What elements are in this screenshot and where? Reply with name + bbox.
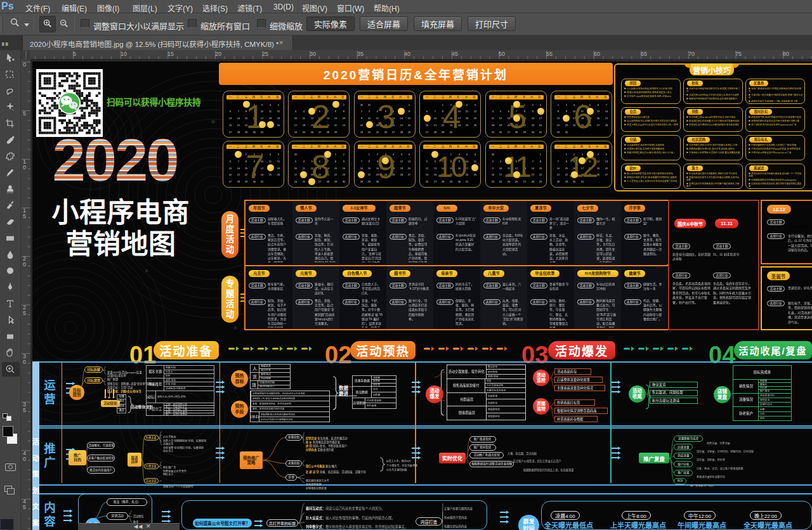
svg-text:5: 5: [23, 110, 26, 117]
svg-text:5: 5: [23, 310, 26, 316]
svg-text:65: 65: [641, 51, 647, 57]
svg-text:5: 5: [23, 213, 26, 219]
svg-text:5: 5: [73, 51, 76, 57]
svg-text:45: 45: [452, 51, 458, 57]
svg-text:20: 20: [215, 51, 221, 57]
svg-text:50: 50: [499, 51, 505, 57]
svg-text:35: 35: [357, 51, 363, 57]
svg-text:0: 0: [23, 456, 26, 462]
svg-text:80: 80: [783, 51, 789, 57]
svg-text:0: 0: [23, 359, 26, 365]
svg-text:0: 0: [23, 164, 26, 171]
svg-text:25: 25: [262, 51, 268, 57]
svg-text:15: 15: [167, 51, 174, 57]
svg-text:55: 55: [546, 51, 553, 57]
svg-text:30: 30: [310, 51, 316, 57]
svg-text:75: 75: [735, 51, 742, 57]
svg-text:0: 0: [23, 61, 26, 68]
svg-text:70: 70: [688, 51, 695, 57]
svg-text:40: 40: [404, 51, 410, 57]
svg-text:60: 60: [594, 51, 600, 57]
svg-text:10: 10: [121, 51, 127, 57]
svg-text:5: 5: [23, 504, 26, 510]
svg-text:0: 0: [23, 261, 26, 268]
svg-text:5: 5: [23, 407, 26, 413]
